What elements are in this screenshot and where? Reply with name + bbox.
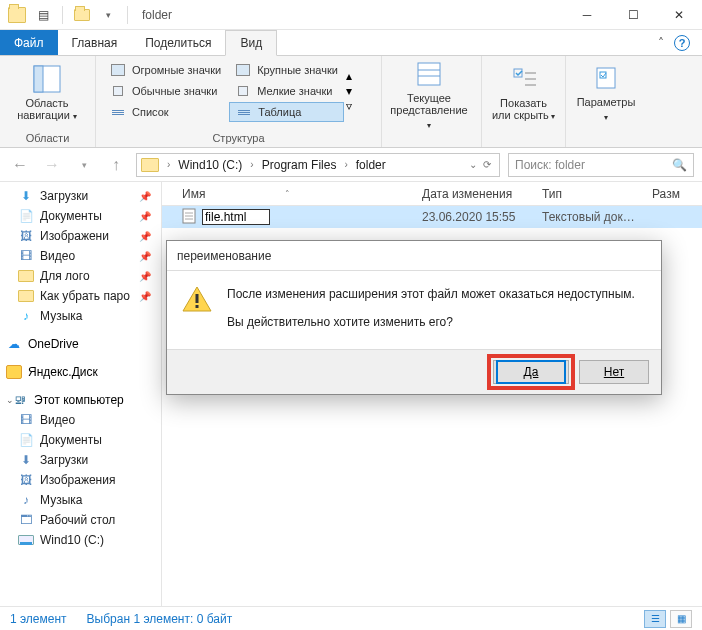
svg-rect-16 [196,305,199,308]
ribbon-collapse-icon[interactable]: ˄ [658,36,664,50]
sidebar-item-label: Документы [40,209,102,223]
column-size[interactable]: Разм [644,187,688,201]
sidebar-item-quick-2[interactable]: 🖼Изображени📌 [0,226,161,246]
help-icon[interactable]: ? [674,35,690,51]
sidebar-item-thispc-0[interactable]: 🎞Видео [0,410,161,430]
layout-huge-icons[interactable]: Огромные значки [104,60,227,80]
library-icon: 🖼 [18,473,34,487]
sidebar-item-quick-4[interactable]: Для лого📌 [0,266,161,286]
window-title: folder [142,8,172,22]
music-icon: ♪ [18,309,34,323]
tab-share[interactable]: Поделиться [131,30,225,55]
layout-list[interactable]: Список [104,102,227,122]
sidebar-this-pc[interactable]: ⌄🖳Этот компьютер [0,390,161,410]
sidebar-onedrive[interactable]: ☁OneDrive [0,334,161,354]
navigation-pane-button[interactable]: Область навигации ▾ [8,63,86,123]
search-input[interactable]: Поиск: folder 🔍 [508,153,694,177]
breadcrumb[interactable]: › Wind10 (C:)› Program Files› folder ⌄ ⟳ [136,153,500,177]
sidebar-item-label: Wind10 (C:) [40,533,104,547]
sidebar-item-label: Видео [40,413,75,427]
view-thumbnails-button[interactable]: ▦ [670,610,692,628]
nav-recent-dropdown[interactable]: ▾ [72,153,96,177]
layout-table[interactable]: Таблица [229,102,344,122]
navigation-sidebar[interactable]: ⬇Загрузки📌📄Документы📌🖼Изображени📌🎞Видео📌… [0,182,162,606]
tab-view[interactable]: Вид [225,30,277,56]
dialog-title: переименование [167,241,661,271]
options-button[interactable]: Параметры ▾ [574,62,638,124]
svg-rect-1 [34,66,43,92]
maximize-button[interactable]: ☐ [610,0,656,30]
qat-dropdown-icon[interactable]: ▾ [97,4,119,26]
layout-scroll-up-icon[interactable]: ▴ [346,69,352,83]
library-icon: 🗔 [18,513,34,527]
sidebar-yandex-disk[interactable]: Яндекс.Диск [0,362,161,382]
dialog-message-1: После изменения расширения этот файл мож… [227,285,645,303]
sidebar-item-thispc-1[interactable]: 📄Документы [0,430,161,450]
sidebar-item-label: Рабочий стол [40,513,115,527]
nav-back-button[interactable]: ← [8,153,32,177]
folder-icon [18,289,34,303]
show-hide-icon [508,63,540,95]
sidebar-item-label: Загрузки [40,189,88,203]
sidebar-item-label: Как убрать паро [40,289,130,303]
layout-small-icons[interactable]: Мелкие значки [229,81,344,101]
close-button[interactable]: ✕ [656,0,702,30]
nav-up-button[interactable]: ↑ [104,153,128,177]
current-view-button[interactable]: Текущее представление ▾ [390,58,468,132]
computer-icon: 🖳 [12,393,28,407]
library-icon: 🎞 [18,413,34,427]
layout-medium-icons[interactable]: Обычные значки [104,81,227,101]
chevron-right-icon[interactable]: › [165,159,172,170]
sidebar-item-label: Изображения [40,473,115,487]
tab-file[interactable]: Файл [0,30,58,55]
disk-icon [6,365,22,379]
sidebar-item-quick-5[interactable]: Как убрать паро📌 [0,286,161,306]
crumb-2[interactable]: folder [352,158,390,172]
column-name[interactable]: Имя [182,187,205,201]
view-details-button[interactable]: ☰ [644,610,666,628]
sidebar-item-thispc-2[interactable]: ⬇Загрузки [0,450,161,470]
breadcrumb-folder-icon [141,158,159,172]
show-hide-button[interactable]: Показать или скрыть ▾ [490,63,557,123]
column-headers[interactable]: Имя˄ Дата изменения Тип Разм [162,182,702,206]
video-icon: 🎞 [18,249,34,263]
library-icon: 📄 [18,433,34,447]
file-row[interactable]: 23.06.2020 15:55 Текстовый докум... [162,206,702,228]
drive-icon [18,533,34,547]
file-rename-input[interactable] [202,209,270,225]
layout-scroll-more-icon[interactable]: ▿ [346,99,352,113]
crumb-1[interactable]: Program Files [258,158,341,172]
sidebar-item-quick-6[interactable]: ♪Музыка [0,306,161,326]
tab-home[interactable]: Главная [58,30,132,55]
library-icon: ♪ [18,493,34,507]
qat-properties-icon[interactable]: ▤ [32,4,54,26]
layout-scroll-down-icon[interactable]: ▾ [346,84,352,98]
pin-icon: 📌 [139,291,151,302]
sidebar-item-thispc-4[interactable]: ♪Музыка [0,490,161,510]
dialog-yes-button[interactable]: Да [496,360,566,384]
sidebar-item-thispc-5[interactable]: 🗔Рабочий стол [0,510,161,530]
status-selection: Выбран 1 элемент: 0 байт [87,612,233,626]
dialog-no-button[interactable]: Нет [579,360,649,384]
crumb-0[interactable]: Wind10 (C:) [174,158,246,172]
sort-indicator-icon: ˄ [285,189,290,199]
folder-icon [18,269,34,283]
nav-forward-button[interactable]: → [40,153,64,177]
doc-icon: 📄 [18,209,34,223]
download-icon: ⬇ [18,189,34,203]
sidebar-item-quick-3[interactable]: 🎞Видео📌 [0,246,161,266]
pin-icon: 📌 [139,251,151,262]
options-icon [590,62,622,94]
sidebar-item-quick-1[interactable]: 📄Документы📌 [0,206,161,226]
qat-new-folder-icon[interactable] [71,4,93,26]
address-refresh-icon[interactable]: ⟳ [481,159,493,170]
minimize-button[interactable]: ─ [564,0,610,30]
sidebar-item-thispc-6[interactable]: Wind10 (C:) [0,530,161,550]
status-bar: 1 элемент Выбран 1 элемент: 0 байт ☰ ▦ [0,606,702,630]
column-date[interactable]: Дата изменения [414,187,534,201]
sidebar-item-thispc-3[interactable]: 🖼Изображения [0,470,161,490]
column-type[interactable]: Тип [534,187,644,201]
address-dropdown-icon[interactable]: ⌄ [467,159,479,170]
sidebar-item-quick-0[interactable]: ⬇Загрузки📌 [0,186,161,206]
layout-large-icons[interactable]: Крупные значки [229,60,344,80]
